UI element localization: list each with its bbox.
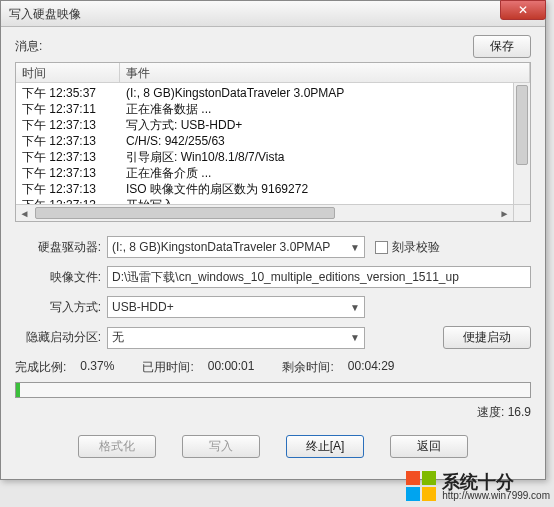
checkbox-box [375,241,388,254]
progress-fill [16,383,20,397]
log-row[interactable]: 下午 12:37:13C/H/S: 942/255/63 [16,133,530,149]
mode-select[interactable]: USB-HDD+ ▼ [107,296,365,318]
log-row[interactable]: 下午 12:37:13正在准备介质 ... [16,165,530,181]
drive-select[interactable]: (I:, 8 GB)KingstonDataTraveler 3.0PMAP ▼ [107,236,365,258]
hide-value: 无 [112,329,124,346]
scrollbar-horizontal[interactable]: ◄ ► [16,204,513,221]
log-row[interactable]: 下午 12:35:37(I:, 8 GB)KingstonDataTravele… [16,85,530,101]
remain-value: 00:04:29 [348,359,395,376]
log-row[interactable]: 下午 12:37:13写入方式: USB-HDD+ [16,117,530,133]
log-event: ISO 映像文件的扇区数为 9169272 [126,181,524,197]
abort-button[interactable]: 终止[A] [286,435,364,458]
pct-label: 完成比例: [15,359,66,376]
row-hide: 隐藏启动分区: 无 ▼ 便捷启动 [15,326,531,349]
watermark-brand: 系统十分 [442,473,514,491]
mode-label: 写入方式: [15,299,107,316]
log-body: 下午 12:35:37(I:, 8 GB)KingstonDataTravele… [16,83,530,215]
image-path-value: D:\迅雷下载\cn_windows_10_multiple_editions_… [112,269,459,286]
speed-row: 速度: 16.9 [15,404,531,421]
scroll-corner [513,204,530,221]
mode-value: USB-HDD+ [112,300,174,314]
client-area: 消息: 保存 时间 事件 下午 12:35:37(I:, 8 GB)Kingst… [1,27,545,468]
log-event: 正在准备数据 ... [126,101,524,117]
scrollbar-vertical[interactable] [513,83,530,204]
elapsed-label: 已用时间: [142,359,193,376]
button-row: 格式化 写入 终止[A] 返回 [15,431,531,458]
remain-label: 剩余时间: [282,359,333,376]
log-event: 引导扇区: Win10/8.1/8/7/Vista [126,149,524,165]
log-time: 下午 12:37:13 [22,133,126,149]
titlebar[interactable]: 写入硬盘映像 ✕ [1,1,545,27]
scroll-thumb-h[interactable] [35,207,335,219]
drive-label: 硬盘驱动器: [15,239,107,256]
pct-value: 0.37% [80,359,114,376]
row-drive: 硬盘驱动器: (I:, 8 GB)KingstonDataTraveler 3.… [15,236,531,258]
chevron-down-icon: ▼ [350,332,360,343]
watermark-text: 系统十分 http://www.win7999.com [442,473,550,501]
image-path-field[interactable]: D:\迅雷下载\cn_windows_10_multiple_editions_… [107,266,531,288]
message-label: 消息: [15,38,42,55]
log-listview[interactable]: 时间 事件 下午 12:35:37(I:, 8 GB)KingstonDataT… [15,62,531,222]
log-time: 下午 12:37:13 [22,149,126,165]
dialog-window: 写入硬盘映像 ✕ 消息: 保存 时间 事件 下午 12:35:37(I:, 8 … [0,0,546,480]
scroll-left-icon[interactable]: ◄ [16,205,33,222]
log-row[interactable]: 下午 12:37:11正在准备数据 ... [16,101,530,117]
row-image: 映像文件: D:\迅雷下载\cn_windows_10_multiple_edi… [15,266,531,288]
log-col-event[interactable]: 事件 [120,63,530,82]
log-time: 下午 12:37:11 [22,101,126,117]
log-row[interactable]: 下午 12:37:13ISO 映像文件的扇区数为 9169272 [16,181,530,197]
back-button[interactable]: 返回 [390,435,468,458]
format-button[interactable]: 格式化 [78,435,156,458]
log-event: 正在准备介质 ... [126,165,524,181]
hide-select[interactable]: 无 ▼ [107,327,365,349]
watermark-logo-icon [406,471,436,501]
write-button[interactable]: 写入 [182,435,260,458]
chevron-down-icon: ▼ [350,242,360,253]
close-icon: ✕ [518,0,528,23]
log-time: 下午 12:35:37 [22,85,126,101]
log-time: 下午 12:37:13 [22,117,126,133]
chevron-down-icon: ▼ [350,302,360,313]
scroll-right-icon[interactable]: ► [496,205,513,222]
elapsed-value: 00:00:01 [208,359,255,376]
window-title: 写入硬盘映像 [9,7,81,21]
form-area: 硬盘驱动器: (I:, 8 GB)KingstonDataTraveler 3.… [15,236,531,458]
verify-checkbox[interactable]: 刻录校验 [375,239,440,256]
verify-label: 刻录校验 [392,239,440,256]
save-button[interactable]: 保存 [473,35,531,58]
hide-label: 隐藏启动分区: [15,329,107,346]
speed-label: 速度: [477,405,504,419]
row-mode: 写入方式: USB-HDD+ ▼ [15,296,531,318]
log-row[interactable]: 下午 12:37:13引导扇区: Win10/8.1/8/7/Vista [16,149,530,165]
progress-text-row: 完成比例: 0.37% 已用时间: 00:00:01 剩余时间: 00:04:2… [15,359,531,376]
progress-bar [15,382,531,398]
log-col-time[interactable]: 时间 [16,63,120,82]
scroll-track-h[interactable] [33,205,496,221]
watermark-url: http://www.win7999.com [442,491,550,501]
log-time: 下午 12:37:13 [22,181,126,197]
log-event: C/H/S: 942/255/63 [126,133,524,149]
log-event: (I:, 8 GB)KingstonDataTraveler 3.0PMAP [126,85,524,101]
close-button[interactable]: ✕ [500,0,546,20]
log-header: 时间 事件 [16,63,530,83]
watermark: 系统十分 http://www.win7999.com [406,471,550,501]
message-row: 消息: 保存 [15,35,531,58]
image-label: 映像文件: [15,269,107,286]
log-event: 写入方式: USB-HDD+ [126,117,524,133]
drive-value: (I:, 8 GB)KingstonDataTraveler 3.0PMAP [112,240,330,254]
scroll-thumb-v[interactable] [516,85,528,165]
convenient-boot-button[interactable]: 便捷启动 [443,326,531,349]
log-time: 下午 12:37:13 [22,165,126,181]
speed-value: 16.9 [508,405,531,419]
